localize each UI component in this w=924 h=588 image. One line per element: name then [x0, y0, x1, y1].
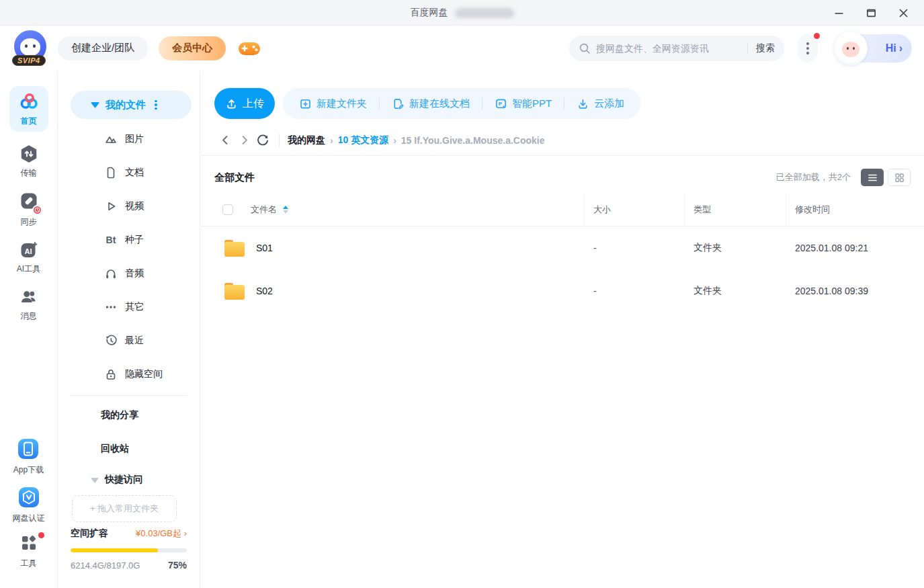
sidebar-item-other[interactable]: 其它 [58, 290, 200, 324]
storage-expand-label: 空间扩容 [71, 528, 108, 540]
user-avatar [834, 32, 868, 65]
rail-item-verification[interactable]: 网盘认证 [13, 486, 45, 524]
file-type: 文件夹 [685, 242, 786, 254]
column-size: 大小 [585, 194, 685, 226]
people-icon [19, 288, 38, 306]
table-header: 文件名 大小 类型 修改时间 [201, 194, 924, 226]
forward-button[interactable] [235, 131, 253, 150]
gamepad-icon [237, 36, 261, 60]
window-controls [827, 0, 915, 26]
smart-ppt-icon: P [495, 97, 507, 110]
lock-icon [104, 368, 118, 381]
breadcrumb-current: 15 If.You.Give.a.Mouse.a.Cookie [401, 135, 545, 146]
new-folder-button[interactable]: 新建文件夹 [287, 97, 379, 110]
cloud-add-button[interactable]: 云添加 [564, 97, 636, 110]
sidebar-item-torrents[interactable]: Bt 种子 [58, 223, 200, 257]
rail-item-messages[interactable]: 消息 [19, 288, 38, 322]
file-size: - [585, 243, 685, 253]
file-type: 文件夹 [685, 285, 786, 297]
list-view-button[interactable] [861, 169, 884, 186]
sort-desc-icon [283, 210, 288, 214]
header-right: 搜索 Hi › [569, 34, 912, 62]
grid-view-button[interactable] [888, 169, 911, 186]
toolbar-action-group: 新建文件夹 新建在线文档 P 智能PPT 云添加 [283, 88, 640, 119]
svg-text:AI: AI [24, 247, 32, 255]
username-blurred [455, 8, 514, 18]
quick-access-header[interactable]: 快捷访问 [58, 474, 200, 486]
ellipsis-icon [104, 300, 118, 314]
rail-item-tools[interactable]: 工具 [20, 534, 38, 569]
sidebar-item-hidden-space[interactable]: 隐藏空间 [58, 358, 200, 391]
storage-progress-fill [71, 548, 158, 552]
minimize-icon [834, 8, 844, 18]
file-row[interactable]: S01 - 文件夹 2025.01.08 09:21 [201, 226, 924, 269]
search-button[interactable]: 搜索 [756, 42, 775, 54]
breadcrumb-parent[interactable]: 10 英文资源 [338, 134, 388, 146]
document-icon [104, 166, 118, 179]
greeting-text: Hi [886, 42, 896, 54]
game-center-button[interactable] [237, 36, 262, 61]
rail-item-sync[interactable]: 同步 [19, 192, 38, 228]
sort-toggle[interactable] [283, 206, 288, 214]
vip-center-button[interactable]: 会员中心 [159, 36, 226, 60]
window-title: 百度网盘 [411, 0, 514, 26]
grid-view-icon [894, 173, 905, 183]
upload-icon [225, 97, 238, 110]
photo-icon [104, 132, 118, 146]
baidu-netdisk-window: 百度网盘 SVIP4 创建企业/团队 会员中心 [0, 0, 924, 588]
back-button[interactable] [216, 131, 235, 150]
sidebar-item-recycle-bin[interactable]: 回收站 [58, 432, 200, 466]
sidebar-item-pictures[interactable]: 图片 [58, 122, 200, 156]
file-list-header: 全部文件 已全部加载，共2个 [214, 166, 911, 189]
column-filename: 文件名 [251, 204, 277, 216]
file-name[interactable]: S01 [256, 243, 273, 253]
app-title: 百度网盘 [411, 7, 448, 19]
create-team-button[interactable]: 创建企业/团队 [58, 36, 148, 60]
minimize-button[interactable] [827, 2, 850, 24]
smart-ppt-button[interactable]: P 智能PPT [482, 97, 564, 110]
user-avatar-pill[interactable]: Hi › [837, 34, 912, 62]
my-files-menu-icon[interactable] [155, 100, 157, 110]
refresh-button[interactable] [253, 131, 272, 150]
rail-bottom: App下载 网盘认证 [13, 437, 45, 588]
maximize-button[interactable] [859, 2, 882, 24]
rail-item-ai-tools[interactable]: AI AI工具 [17, 241, 40, 275]
chevron-left-icon [219, 134, 232, 146]
breadcrumb-root[interactable]: 我的网盘 [288, 134, 325, 146]
storage-section: 空间扩容 ¥0.03/GB起 › 6214.4G/8197.0G 75% [58, 528, 200, 571]
column-modified: 修改时间 [786, 194, 924, 226]
sidebar-item-videos[interactable]: 视频 [58, 190, 200, 223]
view-toggle [861, 169, 911, 186]
upload-button[interactable]: 上传 [214, 88, 275, 119]
sidebar-item-recent[interactable]: 最近 [58, 324, 200, 358]
folder-icon [224, 283, 245, 300]
rail-item-app-download[interactable]: App下载 [13, 437, 44, 476]
select-all-checkbox[interactable] [222, 204, 233, 215]
drop-favorite-folder-zone[interactable]: + 拖入常用文件夹 [72, 495, 177, 522]
tools-red-dot [38, 532, 44, 538]
file-name[interactable]: S02 [256, 286, 273, 296]
file-modified: 2025.01.08 09:39 [786, 286, 924, 296]
close-button[interactable] [892, 2, 915, 24]
more-menu-button[interactable] [798, 34, 818, 62]
file-row[interactable]: S02 - 文件夹 2025.01.08 09:39 [201, 269, 924, 312]
category-list: 图片 文档 视频 Bt 种子 音频 [58, 122, 200, 391]
chevron-right-icon [238, 134, 251, 146]
titlebar: 百度网盘 [0, 0, 924, 26]
cloud-add-icon [577, 97, 589, 110]
rail-item-transfer[interactable]: 传输 [19, 144, 38, 179]
sidebar-item-documents[interactable]: 文档 [58, 156, 200, 190]
sidebar-item-my-shares[interactable]: 我的分享 [58, 398, 200, 432]
load-status-text: 已全部加载，共2个 [776, 171, 851, 183]
close-icon [898, 8, 909, 18]
search-bar[interactable]: 搜索 [569, 36, 784, 61]
ai-tools-icon: AI [19, 241, 38, 259]
new-online-doc-button[interactable]: 新建在线文档 [380, 97, 482, 110]
rail-item-home[interactable]: 首页 [9, 86, 48, 132]
storage-price-link[interactable]: ¥0.03/GB起 › [136, 528, 187, 540]
sidebar-item-audio[interactable]: 音频 [58, 257, 200, 290]
sidebar-item-my-files[interactable]: 我的文件 [71, 91, 192, 119]
search-input[interactable] [596, 43, 739, 54]
account-logo[interactable]: SVIP4 [12, 30, 50, 67]
search-divider [747, 43, 748, 54]
